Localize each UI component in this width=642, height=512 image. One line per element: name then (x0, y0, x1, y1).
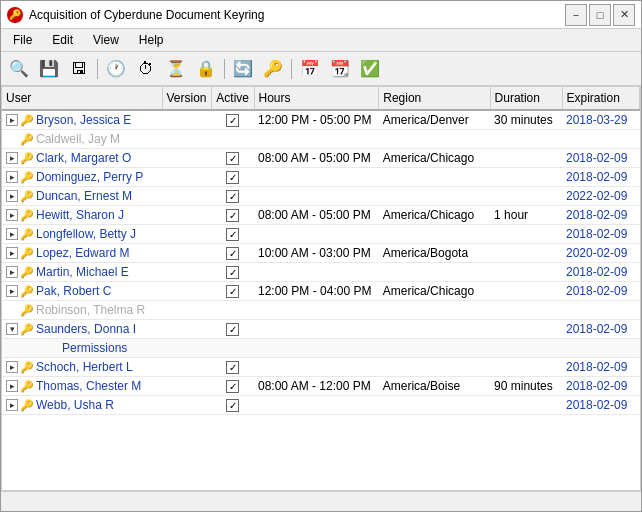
expiration-cell: 2018-02-09 (562, 282, 640, 301)
close-button[interactable]: ✕ (613, 4, 635, 26)
table-row[interactable]: ▸🔑Bryson, Jessica E✓12:00 PM - 05:00 PMA… (2, 110, 640, 130)
user-key-button[interactable]: 🔑 (259, 56, 287, 82)
table-row[interactable]: ▸🔑Thomas, Chester M✓08:00 AM - 12:00 PMA… (2, 377, 640, 396)
user-cell[interactable]: ▸🔑Longfellow, Betty J (2, 225, 162, 244)
active-checkbox[interactable]: ✓ (226, 247, 239, 260)
key-icon: 🔑 (20, 152, 34, 165)
user-cell[interactable]: ▸🔑Duncan, Ernest M (2, 187, 162, 206)
maximize-button[interactable]: □ (589, 4, 611, 26)
table-row[interactable]: 🔑Robinson, Thelma R (2, 301, 640, 320)
table-row[interactable]: ▸🔑Schoch, Herbert L✓2018-02-09 (2, 358, 640, 377)
table-row[interactable]: 🔑Caldwell, Jay M (2, 130, 640, 149)
table-row[interactable]: ▸🔑Dominguez, Perry P✓2018-02-09 (2, 168, 640, 187)
active-checkbox[interactable]: ✓ (226, 171, 239, 184)
toolbar-separator-3 (291, 59, 292, 79)
timer-button[interactable]: ⏱ (132, 56, 160, 82)
active-cell[interactable]: ✓ (211, 377, 254, 396)
expand-button[interactable]: ▸ (6, 361, 18, 373)
table-row[interactable]: ▸🔑Webb, Usha R✓2018-02-09 (2, 396, 640, 415)
active-checkbox[interactable]: ✓ (226, 209, 239, 222)
table-row[interactable]: ▸🔑Duncan, Ernest M✓2022-02-09 (2, 187, 640, 206)
save-button[interactable]: 💾 (35, 56, 63, 82)
active-cell[interactable]: ✓ (211, 110, 254, 130)
search-button[interactable]: 🔍 (5, 56, 33, 82)
hourglass-button[interactable]: ⏳ (162, 56, 190, 82)
user-cell[interactable]: ▸🔑Clark, Margaret O (2, 149, 162, 168)
expand-button[interactable]: ▸ (6, 228, 18, 240)
active-cell[interactable]: ✓ (211, 168, 254, 187)
expand-button[interactable]: ▾ (6, 323, 18, 335)
active-cell[interactable]: ✓ (211, 263, 254, 282)
active-checkbox[interactable]: ✓ (226, 114, 239, 127)
table-row[interactable]: ▸🔑Pak, Robert C✓12:00 PM - 04:00 PMAmeri… (2, 282, 640, 301)
active-cell[interactable]: ✓ (211, 358, 254, 377)
active-cell[interactable]: ✓ (211, 149, 254, 168)
table-row[interactable]: ▸🔑Longfellow, Betty J✓2018-02-09 (2, 225, 640, 244)
user-cell[interactable]: ▸🔑Dominguez, Perry P (2, 168, 162, 187)
table-row[interactable]: ▸🔑Clark, Margaret O✓08:00 AM - 05:00 PMA… (2, 149, 640, 168)
menu-edit[interactable]: Edit (44, 31, 81, 49)
active-cell[interactable]: ✓ (211, 206, 254, 225)
active-cell[interactable]: ✓ (211, 225, 254, 244)
save-alt-button[interactable]: 🖫 (65, 56, 93, 82)
active-cell[interactable] (211, 301, 254, 320)
user-cell[interactable]: ▸🔑Bryson, Jessica E (2, 110, 162, 130)
lock-button[interactable]: 🔒 (192, 56, 220, 82)
active-checkbox[interactable]: ✓ (226, 361, 239, 374)
table-row[interactable]: ▸🔑Martin, Michael E✓2018-02-09 (2, 263, 640, 282)
expand-button[interactable]: ▸ (6, 114, 18, 126)
active-cell[interactable]: ✓ (211, 320, 254, 339)
user-cell[interactable]: ▸🔑Pak, Robert C (2, 282, 162, 301)
expand-button[interactable]: ▸ (6, 399, 18, 411)
checkmark-button[interactable]: ✅ (356, 56, 384, 82)
table-row[interactable]: ▸🔑Lopez, Edward M✓10:00 AM - 03:00 PMAme… (2, 244, 640, 263)
col-header-user: User (2, 87, 162, 110)
calendar2-button[interactable]: 📆 (326, 56, 354, 82)
expand-button[interactable]: ▸ (6, 152, 18, 164)
data-table-container[interactable]: User Version Active Hours Region Duratio… (1, 86, 641, 491)
refresh-button[interactable]: 🔄 (229, 56, 257, 82)
expand-button[interactable]: ▸ (6, 171, 18, 183)
table-row[interactable]: ▸🔑Hewitt, Sharon J✓08:00 AM - 05:00 PMAm… (2, 206, 640, 225)
expand-button[interactable]: ▸ (6, 285, 18, 297)
expand-button[interactable]: ▸ (6, 266, 18, 278)
expand-button[interactable]: ▸ (6, 247, 18, 259)
menu-help[interactable]: Help (131, 31, 172, 49)
user-cell[interactable]: ▾🔑Saunders, Donna I (2, 320, 162, 339)
key-icon: 🔑 (20, 190, 34, 203)
active-cell[interactable]: ✓ (211, 396, 254, 415)
active-checkbox[interactable]: ✓ (226, 152, 239, 165)
user-cell[interactable]: ▸🔑Schoch, Herbert L (2, 358, 162, 377)
duration-cell: 90 minutes (490, 377, 562, 396)
active-cell[interactable]: ✓ (211, 282, 254, 301)
active-checkbox[interactable]: ✓ (226, 266, 239, 279)
active-checkbox[interactable]: ✓ (226, 380, 239, 393)
calendar-button[interactable]: 📅 (296, 56, 324, 82)
duration-cell (490, 149, 562, 168)
active-checkbox[interactable]: ✓ (226, 323, 239, 336)
table-row[interactable]: Permissions (2, 339, 640, 358)
active-cell[interactable] (211, 130, 254, 149)
clock-button[interactable]: 🕐 (102, 56, 130, 82)
table-row[interactable]: ▾🔑Saunders, Donna I✓2018-02-09 (2, 320, 640, 339)
expand-button[interactable]: ▸ (6, 209, 18, 221)
user-cell[interactable]: ▸🔑Lopez, Edward M (2, 244, 162, 263)
active-checkbox[interactable]: ✓ (226, 285, 239, 298)
user-cell[interactable]: ▸🔑Webb, Usha R (2, 396, 162, 415)
minimize-button[interactable]: − (565, 4, 587, 26)
expand-button[interactable]: ▸ (6, 190, 18, 202)
active-checkbox[interactable]: ✓ (226, 190, 239, 203)
user-cell[interactable]: 🔑Caldwell, Jay M (2, 130, 162, 149)
expand-button[interactable]: ▸ (6, 380, 18, 392)
user-cell[interactable]: ▸🔑Hewitt, Sharon J (2, 206, 162, 225)
user-cell[interactable]: ▸🔑Martin, Michael E (2, 263, 162, 282)
hours-cell (254, 130, 379, 149)
user-cell[interactable]: 🔑Robinson, Thelma R (2, 301, 162, 320)
menu-file[interactable]: File (5, 31, 40, 49)
user-cell[interactable]: ▸🔑Thomas, Chester M (2, 377, 162, 396)
active-checkbox[interactable]: ✓ (226, 228, 239, 241)
active-cell[interactable]: ✓ (211, 244, 254, 263)
active-cell[interactable]: ✓ (211, 187, 254, 206)
active-checkbox[interactable]: ✓ (226, 399, 239, 412)
menu-view[interactable]: View (85, 31, 127, 49)
